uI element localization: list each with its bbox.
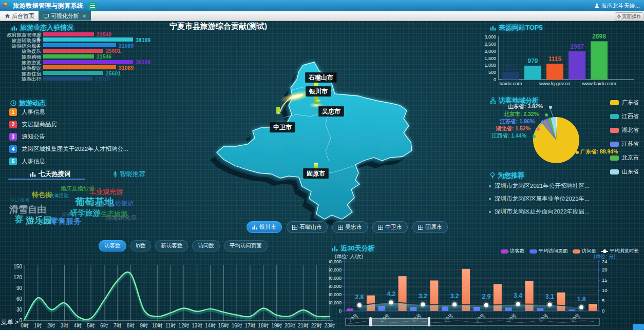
metric-button-访问数[interactable]: 访问数 [192, 240, 220, 251]
user-name: 海南北斗天绘... [601, 2, 640, 10]
menu-toggle[interactable]: 菜单 > [1, 318, 18, 327]
svg-text:1987: 1987 [570, 43, 584, 50]
city-button-label: 吴忠市 [345, 223, 362, 231]
news-item[interactable]: 2安居型商品房 [9, 118, 168, 130]
svg-text:16时: 16时 [232, 323, 242, 328]
biz-value: 21015 [95, 76, 110, 81]
svg-text:1,000: 1,000 [484, 63, 496, 68]
combo-line-dot [421, 302, 425, 306]
svg-text:10: 10 [602, 287, 608, 293]
recommend-item[interactable]: 深圳市龙岗区区属事业单位2021年... [489, 192, 643, 205]
map-city-label: 中卫市 [270, 122, 295, 133]
corner-button[interactable] [633, 324, 644, 330]
svg-text:14时: 14时 [205, 323, 216, 328]
pie-legend-item-湖北省[interactable]: 湖北省 [610, 123, 639, 137]
news-rank-badge: 5 [9, 158, 17, 165]
biz-value: 21540 [97, 32, 111, 37]
tab-close-icon[interactable]: × [83, 13, 86, 19]
pie-callout-山东省: 山东省: 3.82% [508, 103, 543, 110]
combo-unit-right: (单位: 分) [594, 253, 615, 260]
svg-text:www.lq.gov.cn: www.lq.gov.cn [539, 81, 570, 86]
datazoom-handle-right[interactable] [428, 317, 430, 326]
dashboard-root: 旅游数据管理与测算系统 海南北斗天绘... 后台首页 可视化分析 × [0, 0, 644, 330]
svg-text:30: 30 [16, 307, 23, 313]
pie-legend-item-广东省[interactable]: 广东省 [610, 95, 639, 109]
combo-legend-swatch [529, 249, 537, 254]
biz-bar-chart: 政府旅游管理服务21540旅游辅助服务38199旅游综合服务31089旅游娱乐2… [3, 32, 169, 84]
combo-legend-item-访问量[interactable]: 访问量 [573, 248, 597, 255]
app-title: 旅游数据管理与测算系统 [13, 2, 84, 10]
biz-category-label: 旅游辅助服务 [3, 38, 41, 43]
combo-line-dot [389, 300, 393, 304]
pie-legend-swatch [610, 142, 619, 147]
svg-text:3.1: 3.1 [545, 293, 554, 300]
news-item[interactable]: 4龙岗区城投集团关于2022年人才招聘公... [9, 143, 168, 155]
tab-home[interactable]: 后台首页 [0, 11, 40, 21]
pie-legend-item-山东省[interactable]: 山东省 [610, 165, 639, 179]
pie-legend-item-江西省[interactable]: 江西省 [610, 109, 639, 123]
recommend-item[interactable]: 深圳市龙岗区赴外面向2022年应届... [489, 205, 643, 218]
recommend-label: 深圳市龙岗区2021年公开招聘社区... [495, 182, 590, 190]
cloud-word: 工业观光游 [89, 188, 123, 195]
grid-icon [418, 225, 423, 230]
recommend-label: 深圳市龙岗区赴外面向2022年应届... [495, 208, 590, 216]
combo-legend-item-平均访问页面[interactable]: 平均访问页面 [529, 248, 568, 255]
metric-button-访客数[interactable]: 访客数 [99, 240, 126, 251]
top5-bar [502, 72, 519, 80]
panel-biz-title: 旅游业态入驻情况 [20, 23, 73, 32]
news-list: 1人事信息2安居型商品房3通知公告4龙岗区城投集团关于2022年人才招聘公...… [9, 106, 168, 167]
cloud-word: 民俗旅游 [109, 200, 134, 206]
top5-chart-svg: 05001,0001,5002,0002,5003,00051297911151… [480, 31, 642, 86]
panel-news-title: 旅游动态 [19, 99, 46, 108]
lightbulb-icon [490, 172, 495, 179]
city-button-group: 银川市石嘴山市吴忠市中卫市固原市 [247, 221, 448, 233]
metric-button-ip数[interactable]: ip数 [130, 240, 151, 251]
city-button-label: 中卫市 [385, 223, 402, 231]
combo-line-dot [516, 302, 520, 306]
news-item[interactable]: 5人事信息 [9, 155, 168, 167]
svg-text:1,500: 1,500 [484, 56, 496, 61]
svg-text:2698: 2698 [592, 33, 606, 40]
user-menu[interactable]: 海南北斗天绘... [594, 0, 640, 11]
svg-text:9时: 9时 [140, 323, 148, 328]
datazoom-handle-left[interactable] [369, 317, 372, 326]
svg-text:10时: 10时 [152, 323, 163, 328]
combo-legend: 访客数平均访问页面访问量平均浏览时长 [501, 248, 639, 255]
recommend-bullet-icon [489, 211, 491, 213]
word-cloud: 婚庆及婚纱摄工业观光游特色街文体活动假日海滩葡萄基地民俗旅游亲子游滑雪自由温泉研… [0, 181, 172, 228]
datazoom-window[interactable] [371, 318, 429, 325]
news-rank-badge: 2 [9, 121, 17, 128]
city-button-石嘴山市[interactable]: 石嘴山市 [287, 221, 328, 233]
city-button-银川市[interactable]: 银川市 [247, 221, 282, 233]
page-ops-button[interactable]: 页面操作 [615, 12, 643, 21]
combo-legend-item-访客数[interactable]: 访客数 [501, 248, 525, 255]
metric-button-新访客数[interactable]: 新访客数 [155, 240, 188, 251]
biz-category-label: 旅游娱乐 [3, 49, 41, 53]
svg-text:12时: 12时 [178, 323, 189, 328]
panel-recommend-header: 为您推荐 [490, 171, 524, 180]
city-button-固原市[interactable]: 固原市 [412, 221, 448, 233]
city-button-吴忠市[interactable]: 吴忠市 [332, 221, 368, 233]
hamburger-menu-icon[interactable] [88, 2, 97, 10]
recommend-item[interactable]: 深圳市龙岗区2021年公开招聘社区... [489, 180, 643, 192]
biz-bar [43, 54, 94, 59]
biz-category-label: 旅游游览 [3, 60, 41, 65]
tab-smart-recommend[interactable]: 智能推荐 [113, 170, 145, 179]
svg-text:1115: 1115 [548, 55, 562, 63]
metric-button-平均访问页面[interactable]: 平均访问页面 [224, 240, 268, 251]
pie-callout-dot [545, 113, 548, 117]
svg-text:3.2: 3.2 [419, 293, 427, 300]
top5-bar [591, 41, 608, 80]
recommend-bullet-icon [489, 185, 491, 187]
svg-text:17时: 17时 [244, 323, 255, 328]
combo-line-dot [357, 303, 362, 307]
news-item[interactable]: 3通知公告 [9, 130, 168, 143]
tab-hot-search-words[interactable]: 七天热搜词 [30, 170, 71, 179]
tab-visual-analysis[interactable]: 可视化分析 × [39, 11, 91, 21]
svg-text:15: 15 [602, 277, 608, 283]
city-button-中卫市[interactable]: 中卫市 [372, 221, 408, 233]
grid-icon [378, 225, 383, 230]
panel-biz-header: 旅游业态入驻情况 [11, 23, 73, 32]
active-tab-underline [8, 179, 85, 180]
tab-home-label: 后台首页 [12, 12, 34, 20]
